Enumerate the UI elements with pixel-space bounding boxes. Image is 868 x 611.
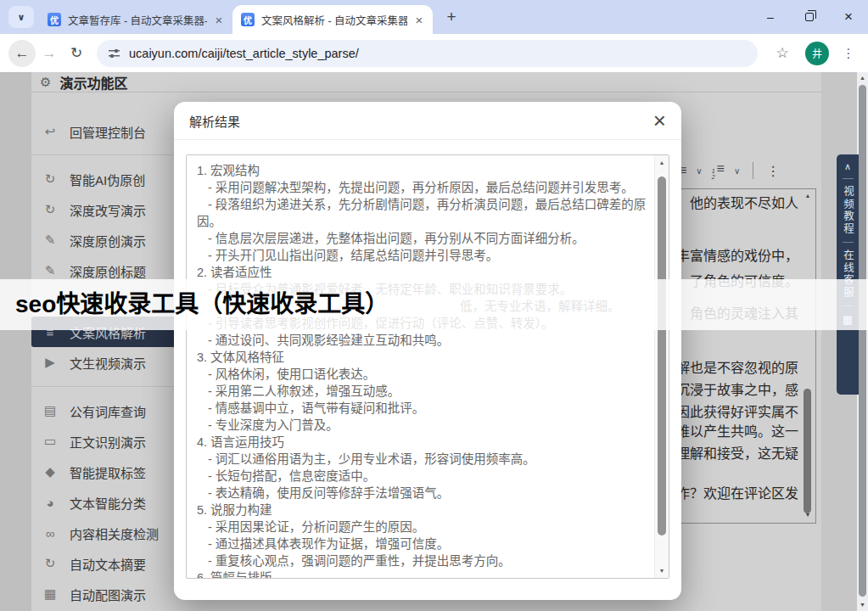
result-line: 6. 篇幅与排版 <box>197 569 669 579</box>
floating-side-panel: ∧ 视频教程 在线客服 ▦ <box>837 154 859 395</box>
modal-scroll-down-icon[interactable]: ▼ <box>655 563 669 578</box>
result-line: - 段落组织为递进关系，先分析剧情问题，再分析演员问题，最后总结口碑差的原 <box>197 196 669 213</box>
tab-title: 文案风格解析 - 自动文章采集器 <box>261 12 407 28</box>
parse-result-modal: 解析结果 × 1. 宏观结构 - 采用问题解决型架构，先提出问题，再分析原因，最… <box>174 102 681 600</box>
browser-toolbar: ← → ↻ ucaiyun.com/caiji/test_article_sty… <box>0 34 868 72</box>
url-text[interactable]: ucaiyun.com/caiji/test_article_style_par… <box>129 47 359 60</box>
result-line: 4. 语言运用技巧 <box>197 434 669 451</box>
modal-scrollbar[interactable]: ▲ ▼ <box>654 155 669 578</box>
modal-header: 解析结果 × <box>174 102 681 140</box>
tab-title: 文章暂存库 - 自动文章采集器- <box>68 12 207 28</box>
site-favicon: 优 <box>241 13 255 26</box>
bookmark-star-icon[interactable]: ☆ <box>768 44 797 62</box>
result-line: - 风格休闲，使用口语化表达。 <box>197 366 669 383</box>
video-tutorial-link[interactable]: 视频教程 <box>842 186 854 235</box>
result-line: - 采用因果论证，分析问题产生的原因。 <box>197 519 669 535</box>
restore-icon <box>805 13 814 21</box>
collapse-panel-icon[interactable]: ∧ <box>844 162 851 171</box>
page-scrollbar-thumb[interactable] <box>859 85 866 597</box>
modal-scrollbar-thumb[interactable] <box>658 177 666 535</box>
result-line: - 长短句搭配，信息密度适中。 <box>197 468 669 485</box>
result-line: - 表达精确，使用反问等修辞手法增强语气。 <box>197 485 669 502</box>
result-line: - 通过描述具体表现作为证据，增强可信度。 <box>197 535 669 552</box>
result-line: - 采用第二人称叙述，增强互动感。 <box>197 383 669 400</box>
close-window-button[interactable]: × <box>829 0 868 34</box>
minimize-button[interactable]: – <box>751 0 790 34</box>
forward-button[interactable]: → <box>36 40 63 67</box>
modal-scroll-up-icon[interactable]: ▲ <box>655 155 669 170</box>
reload-button[interactable]: ↻ <box>63 40 90 67</box>
annotation-text: seo快速收录工具（快速收录工具） <box>0 279 868 330</box>
result-line: - 词汇以通俗用语为主，少用专业术语，形容词使用频率高。 <box>197 451 669 468</box>
tab-strip: ∨ 优 文章暂存库 - 自动文章采集器- × 优 文案风格解析 - 自动文章采集… <box>0 0 868 34</box>
tab-search-button[interactable]: ∨ <box>8 6 34 28</box>
browser-window: ∨ 优 文章暂存库 - 自动文章采集器- × 优 文案风格解析 - 自动文章采集… <box>0 0 868 611</box>
result-line: - 情感基调中立，语气带有疑问和批评。 <box>197 400 669 417</box>
result-line: - 开头开门见山指出问题，结尾总结问题并引导思考。 <box>197 247 669 264</box>
browser-menu-icon[interactable]: ⋮ <box>837 46 860 61</box>
result-line: - 采用问题解决型架构，先提出问题，再分析原因，最后总结问题并引发思考。 <box>197 179 669 196</box>
result-line: - 重复核心观点，强调问题的严重性，并提出思考方向。 <box>197 552 669 569</box>
browser-tab-2-active[interactable]: 优 文案风格解析 - 自动文章采集器 × <box>232 5 433 34</box>
site-favicon: 优 <box>48 13 61 26</box>
result-line: 5. 说服力构建 <box>197 502 669 519</box>
result-line: 2. 读者适应性 <box>197 264 669 281</box>
scroll-up-icon[interactable]: ▲ <box>857 72 868 84</box>
window-controls: – × <box>751 0 868 34</box>
panel-divider <box>843 178 854 179</box>
address-bar[interactable]: ucaiyun.com/caiji/test_article_style_par… <box>97 40 758 67</box>
restore-button[interactable] <box>790 0 829 34</box>
site-info-icon[interactable] <box>109 48 120 59</box>
result-line: 因。 <box>197 213 669 230</box>
result-textarea[interactable]: 1. 宏观结构 - 采用问题解决型架构，先提出问题，再分析原因，最后总结问题并引… <box>186 154 669 579</box>
panel-divider <box>843 242 854 243</box>
result-line: - 专业深度为入门普及。 <box>197 417 669 434</box>
result-lines: 1. 宏观结构 - 采用问题解决型架构，先提出问题，再分析原因，最后总结问题并引… <box>187 155 669 579</box>
chevron-down-icon: ∨ <box>18 12 25 23</box>
modal-close-icon[interactable]: × <box>653 112 666 129</box>
profile-avatar[interactable]: 井 <box>805 42 829 65</box>
annotation-band: seo快速收录工具（快速收录工具） <box>0 279 868 330</box>
modal-title: 解析结果 <box>189 112 240 130</box>
new-tab-button[interactable]: + <box>440 5 463 29</box>
scroll-down-icon[interactable]: ▼ <box>857 599 868 611</box>
browser-tab-1[interactable]: 优 文章暂存库 - 自动文章采集器- × <box>39 5 232 34</box>
tab-close-icon[interactable]: × <box>212 14 226 26</box>
result-line: 3. 文体风格特征 <box>197 349 669 366</box>
result-line: - 通过设问、共同观影经验建立互动和共鸣。 <box>197 332 669 349</box>
tab-close-icon[interactable]: × <box>412 14 426 26</box>
back-button[interactable]: ← <box>8 40 36 67</box>
result-line: - 信息层次层层递进，先整体指出问题，再分别从不同方面详细分析。 <box>197 230 669 247</box>
result-line: 1. 宏观结构 <box>197 162 669 179</box>
